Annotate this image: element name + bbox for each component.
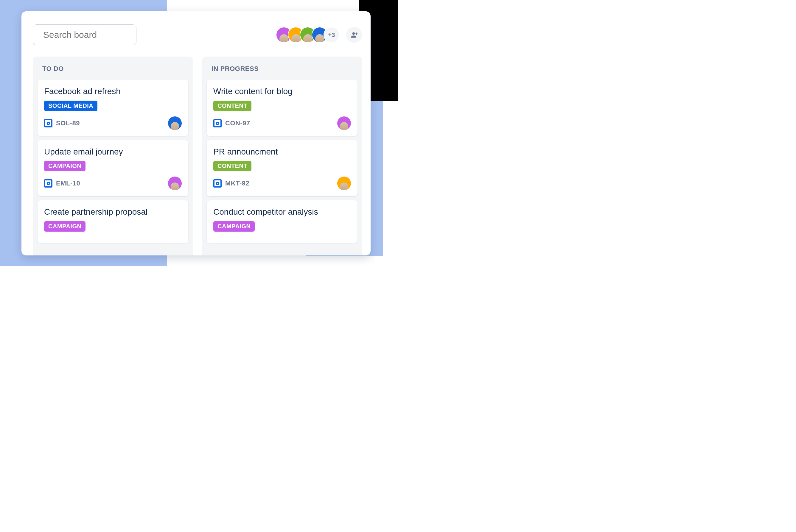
card-id: EML-10 (56, 179, 80, 187)
card-tag: CAMPAIGN (44, 161, 86, 171)
card-id: MKT-92 (225, 179, 249, 187)
card-footer: MKT-92 (213, 176, 351, 190)
card-tag: CONTENT (213, 161, 252, 171)
column-title: IN PROGRESS (207, 65, 357, 73)
task-type-icon (44, 179, 52, 188)
card-assignee-avatar[interactable] (168, 176, 182, 190)
board-card[interactable]: Write content for blogCONTENTCON-97 (207, 80, 357, 136)
board-card[interactable]: Facebook ad refreshSOCIAL MEDIASOL-89 (38, 80, 188, 136)
card-title: Create partnership proposal (44, 207, 182, 217)
task-type-icon (213, 179, 222, 188)
card-title: Facebook ad refresh (44, 86, 182, 96)
card-tag: SOCIAL MEDIA (44, 101, 97, 111)
topbar: +3 (33, 24, 362, 45)
search-input[interactable] (43, 30, 156, 40)
card-tag: CONTENT (213, 101, 252, 111)
svg-point-2 (352, 32, 355, 35)
board-card[interactable]: Create partnership proposalCAMPAIGN (38, 201, 188, 243)
card-tag: CAMPAIGN (213, 221, 255, 232)
card-id: CON-97 (225, 119, 250, 127)
card-tag: CAMPAIGN (44, 221, 86, 232)
card-title: PR announcment (213, 147, 351, 157)
task-type-icon (44, 119, 52, 128)
board-card[interactable]: Conduct competitor analysisCAMPAIGN (207, 201, 357, 243)
card-assignee-avatar[interactable] (337, 176, 351, 190)
add-user-icon (350, 31, 358, 39)
board-card[interactable]: PR announcmentCONTENTMKT-92 (207, 140, 357, 196)
board-columns: TO DOFacebook ad refreshSOCIAL MEDIASOL-… (33, 57, 362, 255)
card-footer: CON-97 (213, 116, 351, 130)
board-column: TO DOFacebook ad refreshSOCIAL MEDIASOL-… (33, 57, 193, 255)
card-assignee-avatar[interactable] (337, 116, 351, 130)
card-assignee-avatar[interactable] (168, 116, 182, 130)
board-card[interactable]: Update email journeyCAMPAIGNEML-10 (38, 140, 188, 196)
board-column: IN PROGRESSWrite content for blogCONTENT… (202, 57, 362, 255)
add-user-button[interactable] (346, 27, 362, 43)
search-field[interactable] (33, 24, 136, 45)
toolbar-right: +3 (276, 27, 362, 43)
card-footer: SOL-89 (44, 116, 182, 130)
card-title: Update email journey (44, 147, 182, 157)
board-window: +3 TO DOFacebook ad refreshSOCIAL MEDIAS… (21, 11, 371, 255)
card-title: Conduct competitor analysis (213, 207, 351, 217)
column-title: TO DO (38, 65, 188, 73)
avatar-overflow[interactable]: +3 (323, 27, 339, 43)
avatar-stack[interactable]: +3 (276, 27, 339, 43)
card-title: Write content for blog (213, 86, 351, 96)
card-footer: EML-10 (44, 176, 182, 190)
card-id: SOL-89 (56, 119, 80, 127)
task-type-icon (213, 119, 222, 128)
